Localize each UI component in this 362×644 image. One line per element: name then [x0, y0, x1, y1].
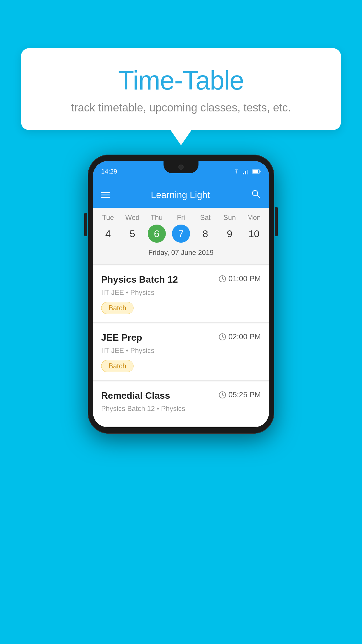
day-name: Mon	[247, 214, 261, 222]
phone-screen: 14:29	[93, 161, 269, 427]
selected-date-label: Friday, 07 June 2019	[93, 246, 269, 261]
day-name: Tue	[102, 214, 114, 222]
day-col-sun[interactable]: Sun9	[218, 214, 241, 243]
day-number: 7	[172, 225, 190, 243]
signal-icon	[243, 169, 250, 174]
day-number: 6	[148, 225, 166, 243]
class-card-header: Remedial Class05:25 PM	[101, 390, 261, 401]
wifi-icon	[232, 168, 240, 175]
svg-rect-2	[247, 170, 248, 174]
class-title: Physics Batch 12	[101, 274, 178, 285]
day-name: Sun	[223, 214, 236, 222]
day-number: 5	[123, 225, 141, 243]
clock-icon	[219, 275, 226, 283]
class-subtitle: Physics Batch 12 • Physics	[101, 405, 261, 413]
class-card[interactable]: Physics Batch 1201:00 PMIIT JEE • Physic…	[93, 265, 269, 323]
day-name: Fri	[177, 214, 185, 222]
app-bar-title: Learning Light	[117, 190, 244, 200]
day-number: 10	[245, 225, 263, 243]
day-col-fri[interactable]: Fri7	[170, 214, 192, 243]
class-title: Remedial Class	[101, 390, 170, 401]
app-bar: Learning Light	[93, 182, 269, 208]
status-time: 14:29	[101, 168, 117, 175]
speech-bubble-container: Time-Table track timetable, upcoming cla…	[21, 48, 341, 130]
speech-bubble: Time-Table track timetable, upcoming cla…	[21, 48, 341, 130]
class-time: 02:00 PM	[219, 332, 261, 341]
class-card[interactable]: Remedial Class05:25 PMPhysics Batch 12 •…	[93, 382, 269, 426]
calendar-strip: Tue4Wed5Thu6Fri7Sat8Sun9Mon10 Friday, 07…	[93, 208, 269, 264]
svg-line-7	[257, 195, 260, 198]
batch-badge: Batch	[101, 360, 133, 372]
day-name: Wed	[125, 214, 140, 222]
class-time: 01:00 PM	[219, 274, 261, 283]
day-number: 9	[221, 225, 239, 243]
svg-line-10	[222, 279, 224, 280]
clock-icon	[219, 333, 226, 341]
day-name: Sat	[200, 214, 210, 222]
speech-bubble-subtitle: track timetable, upcoming classes, tests…	[44, 102, 318, 114]
speech-bubble-title: Time-Table	[44, 66, 318, 96]
class-card-header: JEE Prep02:00 PM	[101, 332, 261, 343]
clock-icon	[219, 391, 226, 399]
days-row: Tue4Wed5Thu6Fri7Sat8Sun9Mon10	[93, 214, 269, 243]
svg-rect-1	[245, 171, 246, 174]
svg-rect-0	[243, 173, 244, 174]
camera	[178, 164, 184, 170]
hamburger-menu-button[interactable]	[101, 192, 110, 198]
divider	[93, 264, 269, 265]
svg-rect-5	[260, 171, 261, 172]
class-card[interactable]: JEE Prep02:00 PMIIT JEE • PhysicsBatch	[93, 323, 269, 381]
day-number: 8	[196, 225, 214, 243]
day-col-mon[interactable]: Mon10	[242, 214, 265, 243]
battery-icon	[252, 169, 261, 174]
search-button[interactable]	[251, 189, 261, 201]
phone-outer: 14:29	[88, 155, 274, 434]
content-area: Physics Batch 1201:00 PMIIT JEE • Physic…	[93, 265, 269, 426]
class-card-header: Physics Batch 1201:00 PM	[101, 274, 261, 285]
day-col-tue[interactable]: Tue4	[97, 214, 120, 243]
class-subtitle: IIT JEE • Physics	[101, 346, 261, 355]
notch	[164, 161, 198, 173]
svg-line-16	[222, 395, 224, 396]
day-col-wed[interactable]: Wed5	[121, 214, 144, 243]
phone-mockup: 14:29	[88, 155, 274, 434]
batch-badge: Batch	[101, 302, 133, 314]
class-time: 05:25 PM	[219, 390, 261, 399]
class-subtitle: IIT JEE • Physics	[101, 288, 261, 297]
status-bar: 14:29	[93, 161, 269, 182]
day-col-sat[interactable]: Sat8	[194, 214, 217, 243]
class-title: JEE Prep	[101, 332, 142, 343]
day-name: Thu	[151, 214, 163, 222]
status-icons	[232, 168, 261, 175]
day-number: 4	[99, 225, 117, 243]
svg-line-13	[222, 337, 224, 338]
svg-rect-4	[253, 170, 258, 173]
day-col-thu[interactable]: Thu6	[145, 214, 168, 243]
